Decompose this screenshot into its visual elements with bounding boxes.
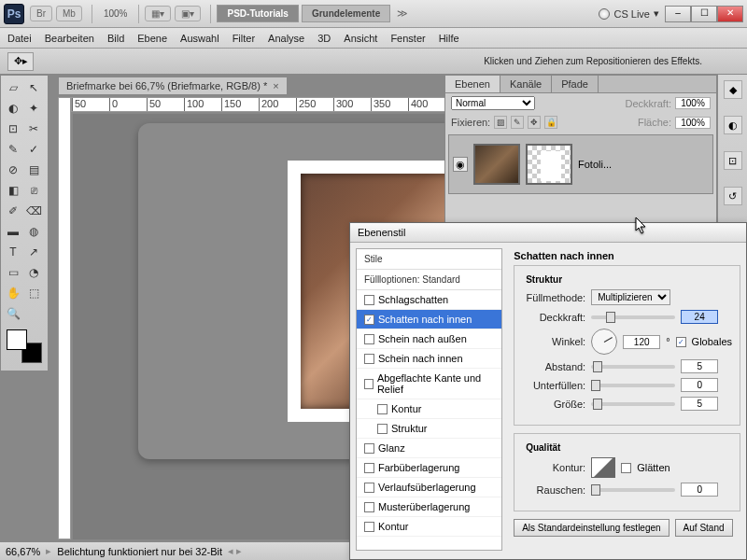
tool-eyedropper[interactable]: ✎ — [3, 139, 23, 160]
color-swatches[interactable] — [7, 329, 42, 363]
tool-hand[interactable]: ✋ — [3, 283, 23, 303]
tool-gradient[interactable]: ✐ — [3, 201, 23, 221]
effect-checkbox[interactable] — [377, 404, 388, 414]
effect-item[interactable]: Farbüberlagerung — [357, 458, 501, 478]
menu-auswahl[interactable]: Auswahl — [180, 33, 219, 44]
effect-checkbox[interactable]: ✓ — [364, 315, 374, 325]
effect-item[interactable]: Kontur — [357, 517, 501, 537]
lock-transparent-icon[interactable]: ▨ — [494, 116, 507, 129]
zoom-field[interactable]: 66,67% — [6, 546, 40, 557]
tool-stamp[interactable]: ▤ — [23, 160, 44, 180]
tool-eraser[interactable]: ⎚ — [23, 180, 44, 201]
layer-thumbnail[interactable] — [473, 144, 520, 185]
distance-value[interactable] — [681, 359, 718, 373]
effect-checkbox[interactable] — [364, 443, 374, 454]
adjustments-icon[interactable]: ◐ — [724, 116, 742, 134]
tool-wand[interactable]: ✦ — [23, 98, 44, 119]
minimize-button[interactable]: – — [665, 6, 691, 22]
reset-default-button[interactable]: Auf Stand — [675, 519, 733, 537]
move-tool-icon[interactable]: ✥▸ — [7, 52, 34, 71]
workspace-tab[interactable]: Grundelemente — [302, 5, 390, 22]
tool-blur[interactable]: ⌫ — [23, 201, 44, 221]
menu-filter[interactable]: Filter — [233, 33, 255, 44]
tool-3d[interactable]: ◔ — [23, 262, 44, 283]
history-icon[interactable]: ↺ — [724, 187, 742, 205]
angle-value[interactable] — [623, 335, 660, 349]
effect-item[interactable]: Schein nach innen — [357, 349, 501, 369]
tool-dodge[interactable]: ▬ — [3, 221, 23, 242]
swatches-icon[interactable]: ◆ — [724, 80, 742, 99]
menu-hilfe[interactable]: Hilfe — [439, 33, 459, 44]
make-default-button[interactable]: Als Standardeinstellung festlegen — [514, 519, 669, 537]
effect-checkbox[interactable] — [377, 424, 388, 434]
effect-item[interactable]: Kontur — [357, 399, 501, 419]
tool-brush[interactable]: ⊘ — [3, 160, 23, 180]
tool-type[interactable]: T — [3, 242, 23, 262]
size-value[interactable] — [681, 397, 718, 411]
blend-mode-select[interactable]: Normal — [451, 96, 535, 110]
menu-bild[interactable]: Bild — [107, 33, 124, 44]
effect-checkbox[interactable] — [364, 502, 374, 512]
effect-checkbox[interactable] — [364, 379, 374, 389]
effect-item[interactable]: Schlagschatten — [357, 290, 501, 310]
tool-zoom[interactable]: 🔍 — [3, 303, 23, 324]
antialias-checkbox[interactable] — [621, 463, 631, 473]
bridge-button[interactable]: Br — [30, 6, 52, 21]
tool-lasso[interactable]: ◐ — [3, 98, 23, 119]
menu-bearbeiten[interactable]: Bearbeiten — [45, 33, 94, 44]
tab-kanaele[interactable]: Kanäle — [500, 76, 552, 92]
effect-checkbox[interactable] — [364, 463, 374, 473]
effect-item[interactable]: Abgeflachte Kante und Relief — [357, 369, 501, 399]
contour-picker[interactable] — [591, 457, 615, 478]
tool-heal[interactable]: ✓ — [23, 139, 44, 160]
tool-shape[interactable]: ▭ — [3, 262, 23, 283]
styles-header[interactable]: Stile — [357, 249, 501, 270]
effect-checkbox[interactable] — [364, 522, 374, 532]
maximize-button[interactable]: ☐ — [691, 6, 717, 22]
tab-ebenen[interactable]: Ebenen — [445, 76, 500, 92]
angle-dial[interactable] — [591, 329, 617, 355]
effect-checkbox[interactable] — [364, 483, 374, 493]
document-tab[interactable]: Briefmarke bei 66,7% (Briefmarke, RGB/8)… — [58, 77, 288, 95]
opacity-slider[interactable] — [591, 315, 675, 319]
choke-value[interactable] — [681, 378, 718, 392]
fill-options-header[interactable]: Füllloptionen: Standard — [357, 270, 501, 290]
close-icon[interactable]: × — [273, 80, 278, 91]
tool-path[interactable]: ↗ — [23, 242, 44, 262]
tool-crop[interactable]: ⊡ — [3, 119, 23, 139]
effect-checkbox[interactable] — [364, 295, 374, 305]
tool-slice[interactable]: ✂ — [23, 119, 44, 139]
size-slider[interactable] — [591, 402, 675, 406]
lock-pixels-icon[interactable]: ✎ — [511, 116, 524, 129]
effect-item[interactable]: Struktur — [357, 419, 501, 439]
visibility-icon[interactable]: ◉ — [453, 157, 468, 172]
tool-marquee[interactable]: ▱ — [3, 77, 23, 98]
tab-pfade[interactable]: Pfade — [552, 76, 599, 92]
cslive-button[interactable]: CS Live▾ — [599, 7, 659, 20]
screenmode-button[interactable]: ▣▾ — [175, 6, 201, 21]
choke-slider[interactable] — [591, 384, 675, 387]
effect-item[interactable]: Schein nach außen — [357, 329, 501, 349]
arrange-button[interactable]: ▦▾ — [145, 6, 171, 21]
tool-move[interactable]: ↖ — [23, 77, 44, 98]
menu-fenster[interactable]: Fenster — [390, 33, 425, 44]
menu-ebene[interactable]: Ebene — [137, 33, 167, 44]
opacity-value[interactable] — [681, 310, 718, 324]
effect-item[interactable]: Musterüberlagerung — [357, 497, 501, 517]
ruler-vertical[interactable] — [58, 97, 71, 539]
tool-history[interactable]: ◧ — [3, 180, 23, 201]
chevron-right-icon[interactable]: ≫ — [397, 7, 408, 20]
tool-pen[interactable]: ◍ — [23, 221, 44, 242]
mask-thumbnail[interactable] — [526, 144, 572, 185]
effect-item[interactable]: ✓Schatten nach innen — [357, 310, 501, 329]
minibridge-button[interactable]: Mb — [56, 6, 82, 21]
close-button[interactable]: ✕ — [717, 6, 743, 22]
lock-position-icon[interactable]: ✥ — [528, 116, 541, 129]
lock-all-icon[interactable]: 🔒 — [544, 116, 557, 129]
menu-analyse[interactable]: Analyse — [268, 33, 304, 44]
styles-icon[interactable]: ⊡ — [724, 151, 742, 170]
blendmode-select[interactable]: Multiplizieren — [591, 289, 670, 305]
menu-3d[interactable]: 3D — [317, 33, 331, 44]
noise-slider[interactable] — [591, 488, 675, 492]
fill-field[interactable] — [675, 117, 711, 129]
